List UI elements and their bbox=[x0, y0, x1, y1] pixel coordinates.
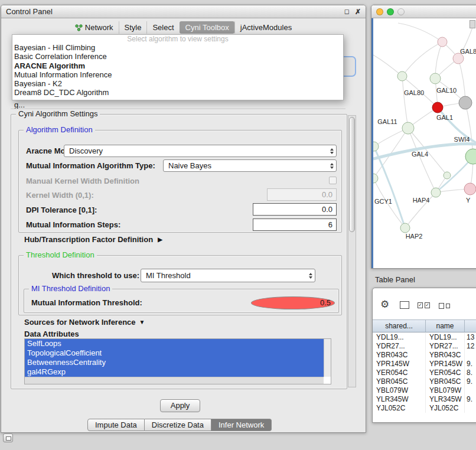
network-node[interactable] bbox=[459, 96, 472, 109]
group-title: Cyni Algorithm Settings bbox=[16, 109, 100, 118]
table-row[interactable]: YBR043CYBR043C bbox=[373, 351, 476, 360]
settings-gear-icon[interactable]: ⚙ bbox=[380, 299, 389, 309]
table-cell: YJL052C bbox=[426, 404, 465, 413]
dpi-tolerance-field[interactable]: 0.0 bbox=[253, 203, 337, 216]
attribute-item[interactable]: SelfLoops bbox=[25, 339, 324, 348]
table-row[interactable]: YPR145WYPR145W9. bbox=[373, 360, 476, 369]
combo-arrows-icon bbox=[309, 269, 312, 282]
network-edge bbox=[402, 76, 408, 128]
tab-label: Network bbox=[85, 23, 113, 32]
table-cell: YLR345W bbox=[373, 395, 426, 404]
combo-value: Naive Bayes bbox=[168, 161, 211, 170]
network-node[interactable] bbox=[438, 37, 447, 47]
network-node[interactable] bbox=[430, 73, 441, 84]
network-edge bbox=[398, 23, 442, 42]
column-header-shared-name[interactable]: shared... bbox=[373, 320, 426, 332]
network-node[interactable] bbox=[464, 183, 476, 195]
network-edge bbox=[374, 146, 405, 228]
network-node[interactable] bbox=[465, 149, 476, 164]
tab-network[interactable]: Network bbox=[70, 21, 119, 34]
network-node[interactable] bbox=[444, 172, 451, 179]
tab-impute-data[interactable]: Impute Data bbox=[87, 419, 145, 431]
table-row[interactable]: YBL079WYBL079W bbox=[373, 386, 476, 395]
chevron-down-icon: ▼ bbox=[139, 319, 145, 325]
table-row[interactable]: YLR345WYLR345W9. bbox=[373, 395, 476, 404]
traffic-light-minimize[interactable] bbox=[387, 8, 394, 15]
control-panel-window: Control Panel ◻ ✗ Network Style Select C… bbox=[1, 5, 366, 433]
tab-label: jActiveModules bbox=[240, 23, 292, 32]
network-graph: GAL8GAL80GAL10GAL11GAL1SWI4GAL4GCY1HAP4Y… bbox=[373, 18, 476, 268]
kernel-width-field[interactable]: 0.0 bbox=[267, 188, 337, 201]
mi-type-combobox[interactable]: Naive Bayes bbox=[163, 159, 337, 172]
group-title: Algorithm Definition bbox=[24, 125, 95, 134]
table-row[interactable]: YBR045CYBR045C9. bbox=[373, 377, 476, 386]
algorithm-option[interactable]: Bayesian - Hill Climbing bbox=[12, 43, 343, 52]
table-cell: 13 bbox=[465, 333, 476, 342]
tab-jactivemodules[interactable]: jActiveModules bbox=[234, 21, 297, 34]
table-cell: YLR345W bbox=[426, 395, 465, 404]
tab-cyni-toolbox[interactable]: Cyni Toolbox bbox=[180, 21, 234, 34]
mi-threshold-field[interactable]: 0.5 bbox=[251, 296, 335, 309]
node-label: HAP2 bbox=[406, 233, 423, 240]
restore-panel-icon[interactable] bbox=[3, 433, 13, 442]
tab-infer-network[interactable]: Infer Network bbox=[211, 419, 272, 431]
tab-discretize-data[interactable]: Discretize Data bbox=[145, 419, 211, 431]
which-threshold-combobox[interactable]: MI Threshold bbox=[141, 269, 315, 282]
algorithm-option[interactable]: Basic Correlation Inference bbox=[12, 52, 343, 61]
window-title: Control Panel bbox=[6, 7, 53, 16]
attributes-horizontal-scrollbar[interactable] bbox=[25, 377, 324, 384]
algorithm-option[interactable]: Mutual Information Inference bbox=[12, 70, 343, 79]
algorithm-option[interactable]: Bayesian - K2 bbox=[12, 79, 343, 88]
network-node[interactable] bbox=[397, 71, 407, 81]
traffic-light-zoom[interactable] bbox=[397, 8, 405, 15]
sources-expander[interactable]: Sources for Network Inference ▼ bbox=[24, 318, 145, 327]
network-edge bbox=[465, 103, 473, 156]
attribute-item[interactable]: TopologicalCoefficient bbox=[25, 348, 324, 358]
attributes-vertical-scrollbar[interactable] bbox=[324, 339, 331, 377]
network-node[interactable] bbox=[431, 188, 441, 197]
manual-kernel-checkbox[interactable] bbox=[329, 177, 337, 184]
attribute-item[interactable]: gal4RGexp bbox=[25, 367, 324, 377]
network-node[interactable] bbox=[373, 174, 378, 183]
column-layout-icon[interactable] bbox=[400, 301, 409, 309]
table-row[interactable]: YER054CYER054C8. bbox=[373, 369, 476, 377]
algorithm-option[interactable]: Dream8 DC_TDC Algorithm bbox=[12, 88, 343, 97]
network-node[interactable] bbox=[432, 102, 443, 113]
network-node[interactable] bbox=[402, 122, 414, 134]
table-row[interactable]: YJL052CYJL052C bbox=[373, 404, 476, 413]
view-scrollbar-corner[interactable] bbox=[470, 20, 475, 28]
mi-threshold-label: Mutual Information Threshold: bbox=[31, 298, 142, 307]
unchecked-boxes-icon[interactable] bbox=[439, 303, 452, 309]
traffic-light-close[interactable] bbox=[376, 8, 383, 15]
tab-select[interactable]: Select bbox=[146, 21, 179, 34]
cyni-algorithm-settings-group: Cyni Algorithm Settings Algorithm Defini… bbox=[11, 114, 347, 389]
group-title: Threshold Definition bbox=[24, 250, 97, 259]
settings-scrollbar[interactable] bbox=[348, 115, 356, 387]
aracne-mode-combobox[interactable]: Discovery bbox=[64, 145, 337, 157]
float-window-icon[interactable]: ◻ bbox=[344, 8, 350, 15]
column-header-extra[interactable] bbox=[465, 320, 476, 332]
table-row[interactable]: YDL19...YDL19...13 bbox=[373, 333, 476, 342]
tab-style[interactable]: Style bbox=[119, 21, 147, 34]
apply-button[interactable]: Apply bbox=[160, 399, 200, 412]
table-cell: 8. bbox=[465, 369, 476, 377]
table-cell: YPR145W bbox=[426, 360, 465, 369]
column-header-name[interactable]: name bbox=[426, 320, 465, 332]
table-row[interactable]: YDR27...YDR27...12 bbox=[373, 342, 476, 351]
node-label: GAL1 bbox=[436, 114, 453, 121]
close-icon[interactable]: ✗ bbox=[355, 8, 361, 16]
scrollbar-thumb[interactable] bbox=[349, 117, 355, 232]
mi-steps-field[interactable]: 6 bbox=[253, 219, 337, 231]
network-titlebar[interactable] bbox=[371, 5, 476, 18]
algorithm-option[interactable]: ARACNE Algorithm bbox=[12, 61, 343, 70]
checked-boxes-icon[interactable]: ✓✓ bbox=[418, 302, 432, 308]
hub-definition-expander[interactable]: Hub/Transcription Factor Definition ▶ bbox=[24, 235, 162, 244]
attribute-item[interactable]: BetweennessCentrality bbox=[25, 358, 324, 367]
network-node[interactable] bbox=[373, 142, 379, 151]
threshold-definition-group: Threshold Definition Which threshold to … bbox=[18, 255, 342, 315]
network-node[interactable] bbox=[400, 223, 410, 233]
control-panel-titlebar[interactable]: Control Panel ◻ ✗ bbox=[1, 5, 366, 18]
table-cell: YDR27... bbox=[373, 342, 426, 351]
network-edge bbox=[408, 128, 436, 193]
network-canvas[interactable]: GAL8GAL80GAL10GAL11GAL1SWI4GAL4GCY1HAP4Y… bbox=[371, 18, 476, 268]
